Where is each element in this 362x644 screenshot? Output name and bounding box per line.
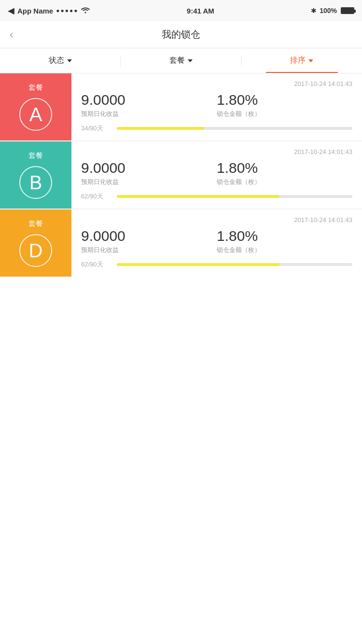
card-content-2: 2017-10-24 14:01:43 9.0000 预期日化收益 1.80% … bbox=[71, 210, 362, 277]
card-value-right-2: 1.80% 锁仓金额（枚） bbox=[217, 227, 352, 254]
card-badge-label-1: 套餐 bbox=[28, 151, 43, 160]
card-values-1: 9.0000 预期日化收益 1.80% 锁仓金额（枚） bbox=[81, 159, 352, 186]
filter-sort-chevron bbox=[308, 59, 313, 62]
card-value-label-left-0: 预期日化收益 bbox=[81, 110, 217, 118]
card-progress-fill-2 bbox=[117, 263, 279, 266]
card-badge-0: 套餐 A bbox=[0, 73, 71, 140]
card-value-label-left-1: 预期日化收益 bbox=[81, 178, 217, 186]
card-badge-1: 套餐 B bbox=[0, 141, 71, 209]
card-badge-circle-2: D bbox=[19, 234, 52, 267]
battery-icon bbox=[341, 7, 354, 14]
card-progress-bg-1 bbox=[117, 195, 352, 198]
card-value-number-right-1: 1.80% bbox=[217, 159, 352, 177]
card-progress-row-1: 62/90天 bbox=[81, 192, 352, 201]
status-wifi-icon bbox=[81, 7, 90, 15]
card-progress-fill-1 bbox=[117, 195, 279, 198]
status-back-icon: ◀ bbox=[8, 5, 14, 16]
card-timestamp-0: 2017-10-24 14:01:43 bbox=[81, 80, 352, 87]
filter-bar: 状态 套餐 排序 bbox=[0, 48, 362, 73]
status-left: ◀ App Name ●●●●● bbox=[8, 5, 90, 16]
filter-status-chevron bbox=[67, 59, 72, 62]
card-value-label-right-0: 锁仓金额（枚） bbox=[217, 110, 352, 118]
card-content-0: 2017-10-24 14:01:43 9.0000 预期日化收益 1.80% … bbox=[71, 73, 362, 140]
card-value-left-1: 9.0000 预期日化收益 bbox=[81, 159, 217, 186]
card-progress-row-2: 62/90天 bbox=[81, 260, 352, 269]
card-value-number-left-0: 9.0000 bbox=[81, 91, 217, 109]
card-badge-label-2: 套餐 bbox=[28, 219, 43, 228]
card-value-left-2: 9.0000 预期日化收益 bbox=[81, 227, 217, 254]
nav-back-button[interactable]: ‹ bbox=[10, 28, 13, 41]
card-progress-row-0: 34/90天 bbox=[81, 124, 352, 133]
card-content-1: 2017-10-24 14:01:43 9.0000 预期日化收益 1.80% … bbox=[71, 141, 362, 209]
card-badge-circle-0: A bbox=[19, 98, 52, 131]
card-values-0: 9.0000 预期日化收益 1.80% 锁仓金额（枚） bbox=[81, 91, 352, 118]
card-value-number-right-0: 1.80% bbox=[217, 91, 352, 109]
filter-package-chevron bbox=[188, 59, 193, 62]
nav-bar: ‹ 我的锁仓 bbox=[0, 21, 362, 48]
filter-status[interactable]: 状态 bbox=[0, 48, 120, 73]
card-value-right-1: 1.80% 锁仓金额（枚） bbox=[217, 159, 352, 186]
card-progress-text-0: 34/90天 bbox=[81, 124, 112, 133]
card-value-number-left-2: 9.0000 bbox=[81, 227, 217, 245]
card-badge-2: 套餐 D bbox=[0, 210, 71, 277]
card-progress-bg-0 bbox=[117, 127, 352, 130]
card-progress-text-2: 62/90天 bbox=[81, 260, 112, 269]
card-value-number-right-2: 1.80% bbox=[217, 227, 352, 245]
card-progress-text-1: 62/90天 bbox=[81, 192, 112, 201]
filter-sort[interactable]: 排序 bbox=[242, 48, 362, 73]
nav-title: 我的锁仓 bbox=[162, 28, 200, 41]
card-progress-bg-2 bbox=[117, 263, 352, 266]
filter-package-label: 套餐 bbox=[169, 56, 185, 66]
card-badge-circle-1: B bbox=[19, 166, 52, 199]
status-bluetooth-icon: ✱ bbox=[311, 7, 317, 14]
status-signal-dots: ●●●●● bbox=[56, 7, 78, 14]
card-badge-label-0: 套餐 bbox=[28, 83, 43, 92]
card-value-label-left-2: 预期日化收益 bbox=[81, 246, 217, 254]
card-value-number-left-1: 9.0000 bbox=[81, 159, 217, 177]
card-list: 套餐 A 2017-10-24 14:01:43 9.0000 预期日化收益 1… bbox=[0, 73, 362, 277]
status-time: 9:41 AM bbox=[187, 7, 214, 15]
card-timestamp-2: 2017-10-24 14:01:43 bbox=[81, 216, 352, 224]
card-item-1[interactable]: 套餐 B 2017-10-24 14:01:43 9.0000 预期日化收益 1… bbox=[0, 141, 362, 209]
status-bar: ◀ App Name ●●●●● 9:41 AM ✱ 100% bbox=[0, 0, 362, 21]
filter-status-label: 状态 bbox=[49, 56, 64, 66]
status-battery: 100% bbox=[320, 7, 337, 14]
status-right: ✱ 100% bbox=[311, 7, 354, 14]
card-timestamp-1: 2017-10-24 14:01:43 bbox=[81, 148, 352, 155]
card-item-2[interactable]: 套餐 D 2017-10-24 14:01:43 9.0000 预期日化收益 1… bbox=[0, 210, 362, 277]
card-value-label-right-1: 锁仓金额（枚） bbox=[217, 178, 352, 186]
card-progress-fill-0 bbox=[117, 127, 204, 130]
filter-sort-label: 排序 bbox=[290, 56, 306, 66]
status-app-name: App Name bbox=[17, 7, 53, 15]
card-value-left-0: 9.0000 预期日化收益 bbox=[81, 91, 217, 118]
filter-package[interactable]: 套餐 bbox=[121, 48, 241, 73]
card-value-right-0: 1.80% 锁仓金额（枚） bbox=[217, 91, 352, 118]
card-value-label-right-2: 锁仓金额（枚） bbox=[217, 246, 352, 254]
card-item-0[interactable]: 套餐 A 2017-10-24 14:01:43 9.0000 预期日化收益 1… bbox=[0, 73, 362, 140]
card-values-2: 9.0000 预期日化收益 1.80% 锁仓金额（枚） bbox=[81, 227, 352, 254]
